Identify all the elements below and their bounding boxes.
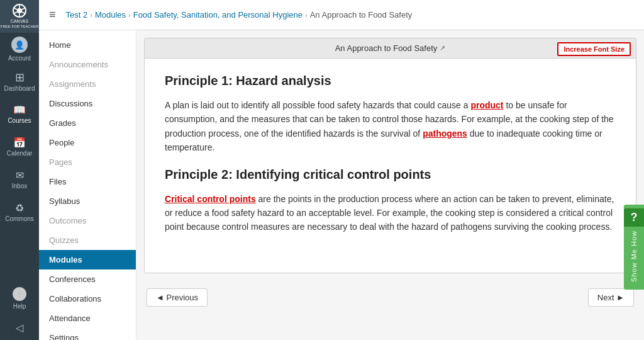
commons-icon: ♻ <box>15 203 24 213</box>
nav-files[interactable]: Files <box>39 172 136 191</box>
content-layout: Home Announcements Assignments Discussio… <box>39 30 644 340</box>
sidebar-item-courses[interactable]: 📖 Courses <box>0 98 39 131</box>
breadcrumb-test2[interactable]: Test 2 <box>66 10 88 20</box>
principle1-text-start: A plan is laid out to identify all possi… <box>165 100 469 110</box>
frame-title-text: An Approach to Food Safety <box>335 43 438 53</box>
topbar: ≡ Test 2 › Modules › Food Safety, Sanita… <box>39 0 644 30</box>
nav-discussions[interactable]: Discussions <box>39 94 136 113</box>
hamburger-icon[interactable]: ≡ <box>49 8 56 21</box>
nav-grades[interactable]: Grades <box>39 113 136 133</box>
principle2-paragraph: Critical control points are the points i… <box>165 192 616 234</box>
nav-collaborations[interactable]: Collaborations <box>39 289 136 309</box>
canvas-logo-text: CANVASFREE FOR TEACHER <box>1 19 39 30</box>
calendar-icon: 📅 <box>13 138 26 148</box>
sidebar: CANVASFREE FOR TEACHER 👤 Account ⊞ Dashb… <box>0 0 39 340</box>
dashboard-icon: ⊞ <box>15 72 25 83</box>
sidebar-item-commons[interactable]: ♻ Commons <box>0 196 39 229</box>
external-link-icon[interactable]: ↗ <box>440 44 445 52</box>
breadcrumb-modules[interactable]: Modules <box>95 10 126 20</box>
collapse-icon: ◁ <box>16 322 23 334</box>
help-icon: ? <box>13 287 26 301</box>
sidebar-item-calendar[interactable]: 📅 Calendar <box>0 131 39 164</box>
next-button[interactable]: Next ► <box>588 288 634 307</box>
increase-font-button[interactable]: Increase Font Size <box>557 42 631 56</box>
pathogens-link[interactable]: pathogens <box>423 128 467 139</box>
principle2-title: Principle 2: Identifying critical contro… <box>165 167 616 182</box>
canvas-logo-icon <box>9 4 30 18</box>
content-frame-title: An Approach to Food Safety ↗ <box>335 43 446 53</box>
account-icon: 👤 <box>11 37 28 53</box>
breadcrumb: Test 2 › Modules › Food Safety, Sanitati… <box>66 10 413 20</box>
nav-conferences[interactable]: Conferences <box>39 269 136 289</box>
nav-modules[interactable]: Modules <box>39 250 136 269</box>
help-question-mark: ? <box>624 208 644 227</box>
previous-button[interactable]: ◄ Previous <box>147 288 208 307</box>
nav-announcements[interactable]: Announcements <box>39 55 136 74</box>
breadcrumb-current: An Approach to Food Safety <box>310 10 413 20</box>
nav-sidebar: Home Announcements Assignments Discussio… <box>39 30 136 340</box>
sidebar-item-account[interactable]: 👤 Account <box>0 33 39 65</box>
nav-settings[interactable]: Settings <box>39 328 136 340</box>
main-area: ≡ Test 2 › Modules › Food Safety, Sanita… <box>39 0 644 340</box>
sidebar-item-help[interactable]: ? Help <box>0 282 39 315</box>
product-link[interactable]: product <box>470 100 503 110</box>
nav-pages[interactable]: Pages <box>39 152 136 172</box>
sidebar-bottom: ? Help ◁ <box>0 282 39 340</box>
nav-people[interactable]: People <box>39 133 136 152</box>
breadcrumb-food-safety[interactable]: Food Safety, Sanitation, and Personal Hy… <box>133 10 303 20</box>
breadcrumb-sep-3: › <box>305 11 308 19</box>
sidebar-item-dashboard[interactable]: ⊞ Dashboard <box>0 65 39 98</box>
principle1-paragraph: A plan is laid out to identify all possi… <box>165 98 616 155</box>
main-content: An Approach to Food Safety ↗ Increase Fo… <box>136 30 644 340</box>
critical-control-points-link[interactable]: Critical control points <box>165 194 256 204</box>
nav-attendance[interactable]: Attendance <box>39 309 136 328</box>
breadcrumb-sep-1: › <box>90 11 92 19</box>
content-frame: An Approach to Food Safety ↗ Increase Fo… <box>144 38 636 273</box>
nav-syllabus[interactable]: Syllabus <box>39 191 136 211</box>
nav-home[interactable]: Home <box>39 35 136 55</box>
nav-quizzes[interactable]: Quizzes <box>39 230 136 250</box>
show-me-how-label: Show Me How <box>630 227 638 286</box>
nav-assignments[interactable]: Assignments <box>39 74 136 94</box>
content-frame-header: An Approach to Food Safety ↗ Increase Fo… <box>145 38 636 59</box>
pagination-bar: ◄ Previous Next ► <box>136 281 644 314</box>
canvas-logo[interactable]: CANVASFREE FOR TEACHER <box>0 0 39 33</box>
sidebar-item-inbox[interactable]: ✉ Inbox <box>0 164 39 196</box>
help-button[interactable]: ? Show Me How <box>624 205 644 290</box>
breadcrumb-sep-2: › <box>128 11 131 19</box>
courses-icon: 📖 <box>13 105 26 115</box>
nav-outcomes[interactable]: Outcomes <box>39 211 136 230</box>
collapse-sidebar-button[interactable]: ◁ <box>0 315 39 340</box>
principle1-title: Principle 1: Hazard analysis <box>165 74 616 88</box>
inbox-icon: ✉ <box>16 171 24 181</box>
content-body: Principle 1: Hazard analysis A plan is l… <box>145 59 636 273</box>
